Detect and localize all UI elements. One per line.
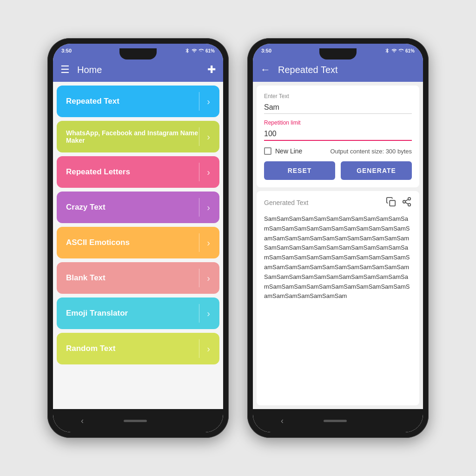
enter-text-input[interactable] [264, 101, 412, 114]
right-home-indicator [324, 420, 347, 422]
right-status-icons: 61% [384, 48, 415, 53]
arrow-4: › [207, 238, 210, 248]
generated-title: Generated Text [264, 199, 386, 206]
menu-item-whatsapp-label: WhatsApp, Facebook and Instagram Name Ma… [66, 129, 199, 144]
add-icon[interactable]: ✚ [207, 64, 216, 76]
svg-line-4 [405, 202, 408, 204]
right-back-nav-btn[interactable]: ‹ [281, 416, 284, 426]
share-icon[interactable] [402, 197, 412, 209]
arrow-3: › [207, 202, 210, 213]
menu-item-random-text[interactable]: Random Text › [57, 333, 219, 364]
right-wifi-icon [391, 48, 397, 53]
menu-item-blank-label: Blank Text [66, 273, 199, 283]
right-phone-inner: 3:50 61% ← Repeated Text Enter Text Rep [253, 44, 423, 432]
left-app-title: Home [77, 65, 207, 75]
divider-0 [199, 92, 199, 111]
right-bottom-bar: ‹ [253, 409, 423, 432]
detail-content: Enter Text Repetition limit New Line Out… [253, 82, 423, 409]
reset-button[interactable]: RESET [264, 161, 335, 180]
left-bottom-bar: ‹ [53, 409, 223, 432]
right-signal-icon [398, 48, 404, 53]
output-size-label: Output content size: 300 bytes [330, 148, 412, 155]
menu-item-emoji-label: Emoji Translator [66, 309, 199, 318]
right-app-title: Repeated Text [278, 65, 416, 75]
left-phone-inner: 3:50 61% ☰ Home ✚ R [53, 44, 223, 432]
new-line-label: New Line [275, 147, 302, 155]
generate-button[interactable]: GENERATE [341, 161, 412, 180]
menu-item-blank-text[interactable]: Blank Text › [57, 262, 219, 294]
arrow-0: › [207, 96, 210, 107]
right-phone: 3:50 61% ← Repeated Text Enter Text Rep [247, 38, 429, 438]
hamburger-icon[interactable]: ☰ [60, 64, 70, 76]
bluetooth-icon [185, 48, 190, 53]
back-button[interactable]: ← [260, 64, 271, 76]
menu-item-random-label: Random Text [66, 344, 199, 353]
arrow-2: › [207, 167, 210, 178]
menu-item-repeated-letters[interactable]: Repeated Letters › [57, 156, 219, 188]
generated-icons [386, 197, 412, 209]
repetition-limit-label: Repetition limit [264, 119, 412, 126]
divider-7 [199, 339, 199, 358]
new-line-checkbox[interactable] [264, 147, 271, 155]
svg-line-5 [405, 199, 408, 201]
right-camera-notch [319, 48, 357, 60]
generated-text-content: SamSamSamSamSamSamSamSamSamSamSamSamSamS… [264, 214, 412, 301]
back-nav-btn[interactable]: ‹ [81, 416, 84, 426]
wifi-icon [192, 48, 197, 53]
divider-1 [199, 127, 199, 146]
divider-3 [199, 198, 199, 217]
arrow-6: › [207, 308, 210, 319]
left-app-bar: ☰ Home ✚ [53, 58, 223, 82]
repetition-limit-input[interactable] [264, 128, 412, 141]
left-battery: 61% [205, 48, 215, 53]
signal-icon [198, 48, 204, 53]
menu-item-ascii-emoticons[interactable]: ASCII Emoticons › [57, 227, 219, 258]
svg-point-1 [408, 198, 411, 200]
divider-5 [199, 269, 199, 287]
menu-item-repeated-text-label: Repeated Text [66, 97, 199, 106]
menu-item-crazy-text-label: Crazy Text [66, 203, 199, 212]
copy-icon[interactable] [386, 197, 396, 209]
left-status-icons: 61% [185, 48, 215, 53]
left-status-time: 3:50 [61, 48, 72, 53]
home-indicator [124, 420, 147, 422]
right-bluetooth-icon [384, 48, 390, 53]
screenshot-container: 3:50 61% ☰ Home ✚ R [47, 38, 429, 438]
menu-item-repeated-text[interactable]: Repeated Text › [57, 86, 219, 117]
menu-item-emoji-translator[interactable]: Emoji Translator › [57, 298, 219, 329]
options-row: New Line Output content size: 300 bytes [264, 147, 412, 155]
svg-point-2 [403, 200, 406, 203]
arrow-7: › [207, 344, 210, 354]
arrow-5: › [207, 273, 210, 284]
right-app-bar: ← Repeated Text [253, 58, 423, 82]
menu-item-crazy-text[interactable]: Crazy Text › [57, 192, 219, 223]
divider-6 [199, 304, 199, 323]
menu-item-repeated-letters-label: Repeated Letters [66, 167, 199, 177]
menu-list: Repeated Text › WhatsApp, Facebook and I… [53, 82, 223, 409]
svg-point-3 [408, 204, 411, 206]
svg-rect-0 [390, 200, 395, 206]
generated-header: Generated Text [264, 197, 412, 209]
buttons-row: RESET GENERATE [264, 161, 412, 180]
right-battery: 61% [405, 48, 415, 53]
camera-notch [119, 48, 157, 60]
right-status-time: 3:50 [261, 48, 271, 53]
generated-card: Generated Text [257, 191, 419, 405]
arrow-1: › [207, 132, 210, 142]
divider-2 [199, 163, 199, 181]
menu-item-ascii-label: ASCII Emoticons [66, 238, 199, 247]
input-card: Enter Text Repetition limit New Line Out… [257, 86, 419, 187]
menu-item-whatsapp[interactable]: WhatsApp, Facebook and Instagram Name Ma… [57, 121, 219, 152]
left-phone: 3:50 61% ☰ Home ✚ R [47, 38, 229, 438]
enter-text-label: Enter Text [264, 93, 412, 99]
divider-4 [199, 233, 199, 252]
